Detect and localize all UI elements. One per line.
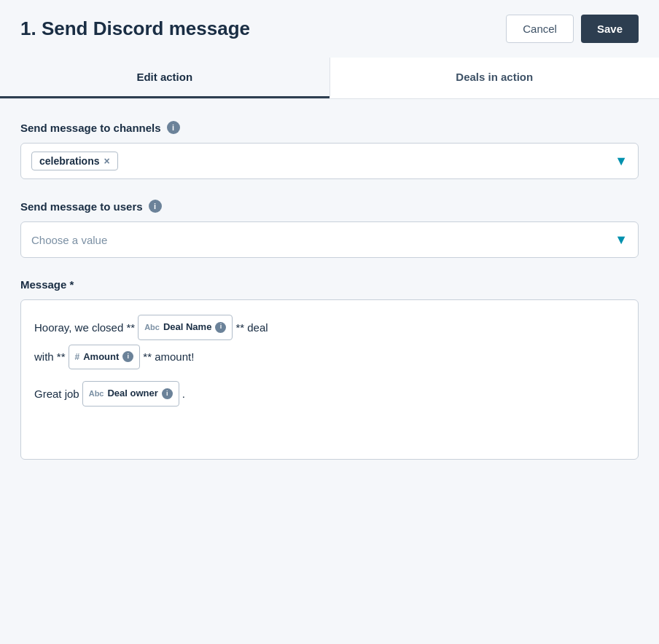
users-label: Send message to users i: [20, 200, 639, 213]
page-title: 1. Send Discord message: [20, 17, 250, 40]
message-text-2: ** deal: [235, 315, 268, 339]
amount-token[interactable]: # Amount i: [69, 345, 141, 370]
channels-tag: celebrations ×: [31, 152, 118, 170]
deal-name-token[interactable]: Abc Deal Name i: [138, 315, 233, 340]
channels-select[interactable]: celebrations × ▼: [20, 143, 639, 179]
message-text-3: with **: [34, 345, 66, 369]
deal-owner-token-prefix: Abc: [89, 385, 104, 402]
deal-name-token-prefix: Abc: [144, 318, 160, 336]
channels-label: Send message to channels i: [20, 121, 639, 134]
channels-tag-close[interactable]: ×: [104, 156, 109, 166]
users-select-inner: Choose a value: [31, 234, 107, 246]
message-spacer: [34, 374, 625, 381]
tab-edit-action[interactable]: Edit action: [0, 58, 330, 98]
users-select[interactable]: Choose a value ▼: [20, 221, 639, 258]
save-button[interactable]: Save: [581, 15, 639, 43]
deal-owner-token-label: Deal owner: [107, 383, 157, 404]
message-text-4: ** amount!: [143, 345, 194, 369]
tab-deals-in-action[interactable]: Deals in action: [330, 58, 660, 98]
message-text-5: Great job: [34, 382, 79, 406]
tab-bar: Edit action Deals in action: [0, 58, 659, 99]
message-editor[interactable]: Hooray, we closed ** Abc Deal Name i ** …: [20, 299, 639, 460]
deal-name-token-label: Deal Name: [163, 317, 211, 338]
amount-token-prefix: #: [75, 347, 80, 366]
channels-section: Send message to channels i celebrations …: [20, 121, 639, 179]
channels-info-icon[interactable]: i: [167, 121, 180, 134]
message-section: Message * Hooray, we closed ** Abc Deal …: [20, 278, 639, 460]
deal-owner-token[interactable]: Abc Deal owner i: [82, 381, 179, 407]
amount-info-icon[interactable]: i: [122, 351, 133, 362]
header-buttons: Cancel Save: [506, 15, 639, 43]
amount-token-label: Amount: [83, 347, 119, 368]
channels-chevron-icon: ▼: [615, 154, 628, 169]
deal-owner-info-icon[interactable]: i: [162, 388, 173, 399]
users-section: Send message to users i Choose a value ▼: [20, 200, 639, 258]
users-placeholder: Choose a value: [31, 234, 107, 246]
users-info-icon[interactable]: i: [149, 200, 162, 213]
message-text-6: .: [182, 382, 185, 406]
message-line-3: Great job Abc Deal owner i .: [34, 381, 625, 407]
message-line-2: with ** # Amount i ** amount!: [34, 345, 625, 370]
page-header: 1. Send Discord message Cancel Save: [0, 0, 659, 58]
message-line-1: Hooray, we closed ** Abc Deal Name i ** …: [34, 315, 625, 340]
channels-select-inner: celebrations ×: [31, 152, 118, 170]
cancel-button[interactable]: Cancel: [506, 15, 574, 43]
message-text-1: Hooray, we closed **: [34, 315, 135, 339]
users-chevron-icon: ▼: [615, 232, 628, 248]
message-label: Message *: [20, 278, 639, 291]
content-area: Send message to channels i celebrations …: [0, 99, 659, 502]
deal-name-info-icon[interactable]: i: [215, 322, 226, 333]
